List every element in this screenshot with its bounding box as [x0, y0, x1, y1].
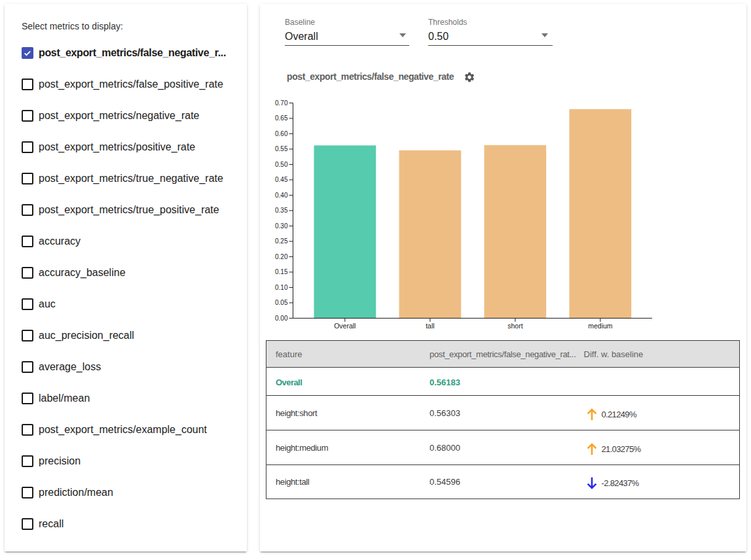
svg-text:0.65: 0.65 [275, 114, 288, 122]
svg-text:0.70: 0.70 [275, 99, 288, 107]
svg-text:0.45: 0.45 [275, 176, 288, 183]
svg-text:0.55: 0.55 [275, 145, 288, 152]
svg-text:0.10: 0.10 [275, 284, 288, 291]
svg-text:0.40: 0.40 [275, 192, 288, 199]
svg-text:0.05: 0.05 [275, 299, 288, 306]
svg-text:0.50: 0.50 [275, 161, 288, 168]
svg-text:Overall: Overall [334, 322, 356, 330]
svg-text:0.30: 0.30 [275, 222, 288, 230]
svg-text:medium: medium [588, 322, 613, 330]
svg-text:0.25: 0.25 [275, 237, 288, 245]
svg-text:0.35: 0.35 [275, 207, 288, 214]
svg-text:0.20: 0.20 [275, 253, 288, 260]
svg-text:0.15: 0.15 [275, 268, 288, 275]
svg-text:0.60: 0.60 [275, 130, 288, 137]
svg-text:tall: tall [426, 322, 434, 330]
svg-text:short: short [507, 322, 522, 330]
svg-text:0.00: 0.00 [275, 315, 288, 322]
